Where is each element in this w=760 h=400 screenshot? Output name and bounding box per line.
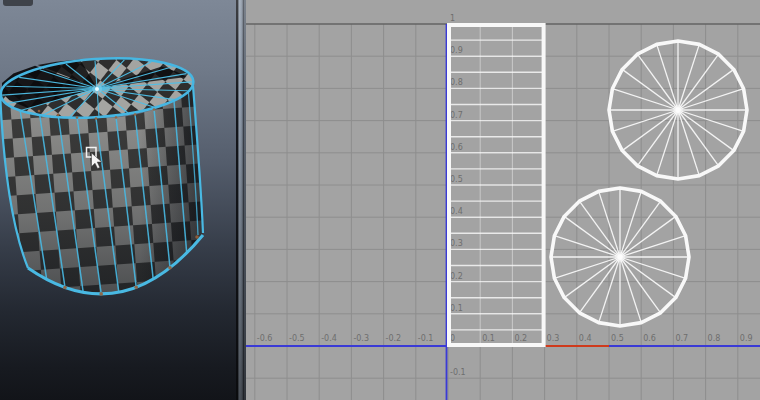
panel-divider[interactable]: [236, 0, 246, 400]
v-axis-tick-label: 0.1: [450, 304, 463, 313]
viewport-3d[interactable]: [0, 0, 236, 400]
u-axis-tick-label: 0.4: [579, 334, 592, 343]
v-axis-tick-label: 0.4: [450, 207, 463, 216]
u-axis-tick-label: 0.3: [547, 334, 560, 343]
u-axis-tick-label: 0.8: [708, 334, 721, 343]
u-axis-tick-label: 0.7: [675, 334, 688, 343]
u-axis-tick-label: -0.5: [289, 334, 305, 343]
u-axis-tick-label: 0.5: [611, 334, 624, 343]
v-axis-tick-label: 0.3: [450, 239, 463, 248]
v-axis-tick-label: 0.6: [450, 143, 463, 152]
u-axis-tick-label: -0.6: [257, 334, 273, 343]
u-axis-tick-label: 0.6: [643, 334, 656, 343]
uv-editor-canvas[interactable]: -0.6-0.5-0.4-0.3-0.2-0.100.10.20.30.40.5…: [246, 0, 760, 400]
uv-shell-center-vertex[interactable]: [618, 255, 623, 260]
panel-corner-tab: [3, 0, 33, 6]
uv-shell-circle-top[interactable]: [609, 41, 747, 179]
u-axis-tick-label: -0.2: [386, 334, 402, 343]
cap-center-vertex: [95, 87, 99, 91]
u-axis-tick-label: 0.9: [740, 334, 753, 343]
v-axis-tick-label: 0.9: [450, 46, 463, 55]
v-axis-tick-label: -0.1: [450, 368, 466, 377]
v-axis-tick-label: 1: [450, 14, 455, 23]
v-axis-tick-label: 0.8: [450, 78, 463, 87]
u-axis-tick-label: -0.3: [353, 334, 369, 343]
app-window: -0.6-0.5-0.4-0.3-0.2-0.100.10.20.30.40.5…: [0, 0, 760, 400]
u-axis-tick-label: -0.1: [418, 334, 434, 343]
u-axis-tick-label: 0.1: [482, 334, 495, 343]
u-axis-tick-label: -0.4: [321, 334, 337, 343]
uv-shell-center-vertex[interactable]: [676, 108, 681, 113]
v-axis-tick-label: 0.2: [450, 272, 463, 281]
v-axis-tick-label: 0.5: [450, 175, 463, 184]
cylinder-object[interactable]: [0, 52, 203, 295]
uv-shell-circle-bottom[interactable]: [551, 188, 689, 326]
v-axis-tick-label: 0.7: [450, 111, 463, 120]
uv-shell-rect-strip[interactable]: [449, 25, 544, 345]
cylinder-scene: [0, 0, 236, 400]
uv-editor-panel[interactable]: -0.6-0.5-0.4-0.3-0.2-0.100.10.20.30.40.5…: [246, 0, 760, 400]
u-axis-tick-label: 0.2: [514, 334, 527, 343]
